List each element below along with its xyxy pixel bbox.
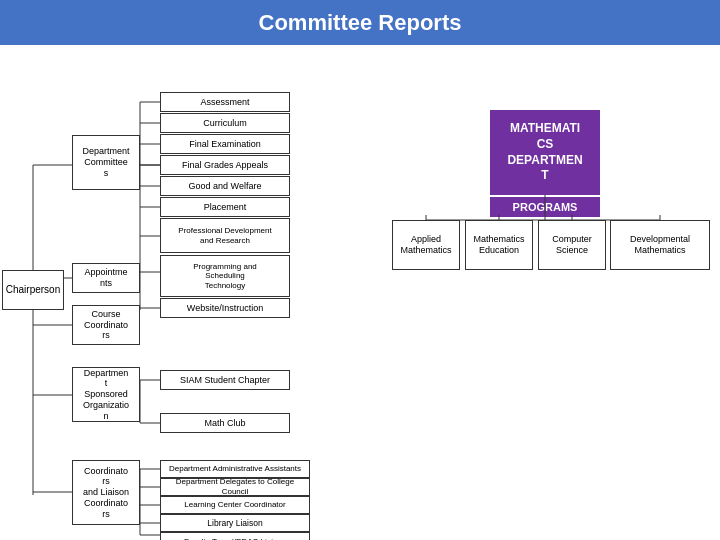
chairperson-box: Chairperson <box>2 270 64 310</box>
org-chart: Chairperson DepartmentCommittees Appoint… <box>0 45 390 540</box>
curriculum-item: Curriculum <box>160 113 290 133</box>
math-education-box: MathematicsEducation <box>465 220 533 270</box>
final-grades-item: Final Grades Appeals <box>160 155 290 175</box>
placement-item: Placement <box>160 197 290 217</box>
dept-sponsored-label: DepartmentSponsoredOrganization <box>83 368 129 422</box>
dept-area: MATHEMATICSDEPARTMENT PROGRAMS AppliedMa… <box>390 45 720 540</box>
chairperson-label: Chairperson <box>6 284 60 296</box>
math-dept-box: MATHEMATICSDEPARTMENT <box>490 110 600 195</box>
course-coordinators-box: CourseCoordinators <box>72 305 140 345</box>
learning-center-item: Learning Center Coordinator <box>160 496 310 514</box>
computer-science-box: ComputerScience <box>538 220 606 270</box>
programming-math-item: Programming andSchedulingTechnology <box>160 255 290 297</box>
dept-admin-item: Department Administrative Assistants <box>160 460 310 478</box>
assessment-item: Assessment <box>160 92 290 112</box>
siam-item: SIAM Student Chapter <box>160 370 290 390</box>
page-wrapper: Committee Reports <box>0 0 720 540</box>
math-club-item: Math Club <box>160 413 290 433</box>
dept-committees-label: DepartmentCommittees <box>82 146 129 178</box>
page-header: Committee Reports <box>0 0 720 45</box>
coordinators-label: Coordinatorsand LiaisonCoordinators <box>83 466 129 520</box>
final-examination-item: Final Examination <box>160 134 290 154</box>
faculty-travel-item: Faculty Travel/PDAC Liaison <box>160 532 310 540</box>
good-welfare-item: Good and Welfare <box>160 176 290 196</box>
page-title: Committee Reports <box>259 10 462 36</box>
applied-math-box: AppliedMathematics <box>392 220 460 270</box>
library-liaison-item: Library Liaison <box>160 514 310 532</box>
appointments-box: Appointments <box>72 263 140 293</box>
prof-dev-item: Professional Developmentand Research <box>160 218 290 253</box>
main-content: Chairperson DepartmentCommittees Appoint… <box>0 45 720 540</box>
developmental-math-box: DevelopmentalMathematics <box>610 220 710 270</box>
dept-committees-box: DepartmentCommittees <box>72 135 140 190</box>
appointments-label: Appointments <box>84 267 127 289</box>
dept-sponsored-box: DepartmentSponsoredOrganization <box>72 367 140 422</box>
coordinators-box: Coordinatorsand LiaisonCoordinators <box>72 460 140 525</box>
dept-delegates-item: Department Delegates to College Council <box>160 478 310 496</box>
programs-label: PROGRAMS <box>490 197 600 217</box>
website-instruction-item: Website/Instruction <box>160 298 290 318</box>
course-coord-label: CourseCoordinators <box>84 309 128 341</box>
